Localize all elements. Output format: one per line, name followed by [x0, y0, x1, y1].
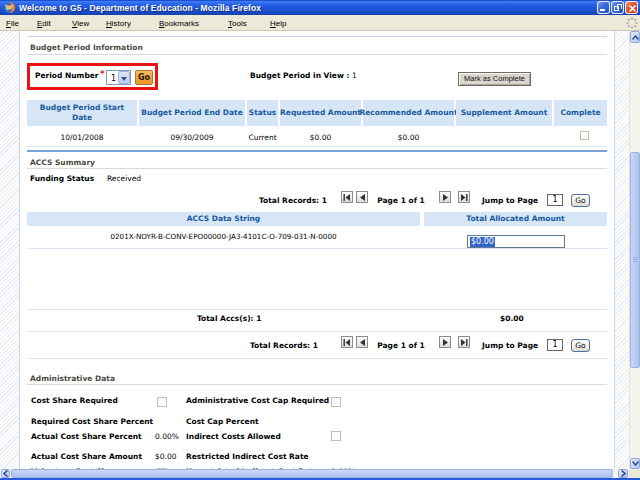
last-page-button-2[interactable] — [458, 336, 470, 348]
cell-start-date: 10/01/2008 — [27, 128, 137, 146]
scroll-up-button[interactable] — [630, 31, 640, 43]
jump-to-page-input-2[interactable]: 1 — [547, 339, 563, 351]
admin-cost-cap-required-checkbox[interactable] — [331, 397, 341, 407]
admin-value: 0.00% — [155, 432, 179, 441]
firefox-icon — [3, 1, 16, 14]
budget-period-in-view: Budget Period in View : 1 — [250, 71, 357, 80]
admin-label: Cost Cap Percent — [186, 417, 259, 426]
vertical-scrollbar[interactable] — [630, 31, 640, 469]
period-number-callout: Period Number * 1 Go — [27, 63, 158, 90]
first-page-button-2[interactable] — [341, 336, 353, 348]
menu-file[interactable]: File — [6, 19, 19, 28]
menu-edit[interactable]: Edit — [37, 19, 51, 28]
page-right-margin — [614, 31, 629, 469]
admin-label: Indirect Costs Allowed — [186, 432, 281, 441]
period-number-label: Period Number — [35, 71, 99, 80]
total-accs-label: Total Accs(s): 1 — [197, 314, 261, 323]
horizontal-scrollbar[interactable] — [0, 469, 629, 478]
accs-col-header-string: ACCS Data String — [27, 212, 420, 226]
prev-page-button[interactable] — [356, 191, 368, 203]
menu-view-label: View — [72, 19, 89, 28]
accs-row-bottom-line — [27, 248, 607, 249]
restore-button[interactable] — [611, 1, 624, 14]
menu-bookmarks[interactable]: Bookmarks — [159, 19, 199, 28]
page-left-margin — [0, 31, 20, 469]
select-dropdown-arrow-icon — [118, 71, 130, 84]
accs-col-header-amount: Total Allocated Amount — [424, 212, 607, 226]
col-header-status: Status — [247, 100, 278, 126]
throbber-icon — [626, 17, 638, 29]
col-header-start-date: Budget Period Start Date — [27, 100, 137, 126]
cell-requested: $0.00 — [280, 128, 361, 146]
admin-section-heading: Administrative Data — [30, 374, 115, 383]
total-allocated-amount-input[interactable]: $0.00 — [467, 235, 565, 248]
horizontal-scroll-thumb[interactable] — [11, 469, 613, 478]
mark-as-complete-button[interactable]: Mark as Complete — [458, 72, 531, 86]
first-page-button[interactable] — [341, 191, 353, 203]
col-header-supplement: Supplement Amount — [456, 100, 552, 126]
cell-status: Current — [247, 128, 278, 146]
page-indicator-2: Page 1 of 1 — [376, 341, 426, 350]
accs-heading-rule — [27, 168, 607, 169]
scroll-down-button[interactable] — [630, 458, 640, 469]
admin-label: Actual Cost Share Amount — [31, 452, 142, 461]
admin-label: Restricted Indirect Cost Rate — [186, 452, 309, 461]
period-number-select[interactable]: 1 — [106, 70, 131, 85]
scroll-right-button[interactable] — [618, 469, 628, 478]
col-header-requested: Requested Amount — [280, 100, 361, 126]
menubar: File Edit View History Bookmarks Tools H… — [0, 15, 640, 31]
menu-view[interactable]: View — [72, 19, 89, 28]
admin-heading-rule — [27, 384, 607, 385]
scroll-left-button[interactable] — [1, 469, 10, 478]
heading-rule — [27, 54, 607, 55]
total-accs-amount: $0.00 — [500, 314, 524, 323]
jump-go-button-2[interactable]: Go — [571, 339, 590, 352]
col-header-end-date: Budget Period End Date — [139, 100, 245, 126]
budget-period-in-view-label: Budget Period in View : — [250, 71, 349, 80]
admin-value: $0.00 — [155, 452, 176, 461]
menu-edit-label: Edit — [37, 19, 51, 28]
complete-checkbox[interactable] — [580, 131, 589, 140]
menu-history[interactable]: History — [106, 19, 131, 28]
menu-help-label: Help — [270, 19, 286, 28]
jump-go-button[interactable]: Go — [571, 194, 590, 207]
menu-bookmarks-label: Bookmarks — [159, 19, 199, 28]
budget-period-in-view-value: 1 — [352, 71, 357, 80]
col-header-recommended: Recommended Amount — [363, 100, 454, 126]
top-divider — [27, 36, 607, 37]
next-page-button-2[interactable] — [439, 336, 451, 348]
required-asterisk: * — [100, 69, 105, 79]
next-page-button[interactable] — [439, 191, 451, 203]
scrollbar-corner — [629, 469, 640, 478]
menu-tools-label: Tools — [228, 19, 247, 28]
vertical-scroll-thumb[interactable] — [630, 152, 640, 368]
cell-recommended: $0.00 — [363, 128, 454, 146]
cost-share-required-checkbox[interactable] — [157, 397, 167, 407]
period-go-button[interactable]: Go — [135, 70, 153, 85]
browser-window: Welcome to G5 - Department of Education … — [0, 0, 640, 480]
total-records: Total Records: 1 — [259, 196, 327, 205]
totals-top-line — [27, 309, 607, 310]
menu-tools[interactable]: Tools — [228, 19, 247, 28]
selected-text: $0.00 — [470, 237, 495, 247]
cell-supplement — [456, 128, 552, 146]
titlebar: Welcome to G5 - Department of Education … — [0, 0, 640, 15]
window-title: Welcome to G5 - Department of Education … — [19, 3, 261, 13]
page-indicator: Page 1 of 1 — [376, 196, 426, 205]
section-divider — [27, 150, 607, 152]
last-page-button[interactable] — [458, 191, 470, 203]
accs-section-end-line — [27, 358, 607, 359]
jump-to-page-input[interactable]: 1 — [547, 194, 563, 206]
jump-to-page-label-2: Jump to Page — [482, 341, 538, 350]
cell-end-date: 09/30/2009 — [139, 128, 245, 146]
minimize-button[interactable] — [597, 1, 610, 14]
admin-label: Actual Cost Share Percent — [31, 432, 142, 441]
admin-label: Administrative Cost Cap Required — [186, 396, 329, 405]
close-button[interactable] — [625, 1, 638, 14]
jump-to-page-label: Jump to Page — [482, 196, 538, 205]
indirect-costs-allowed-checkbox[interactable] — [331, 431, 341, 441]
table-bottom-line — [27, 146, 607, 147]
prev-page-button-2[interactable] — [356, 336, 368, 348]
admin-label: Cost Share Required — [31, 396, 118, 405]
menu-help[interactable]: Help — [270, 19, 286, 28]
